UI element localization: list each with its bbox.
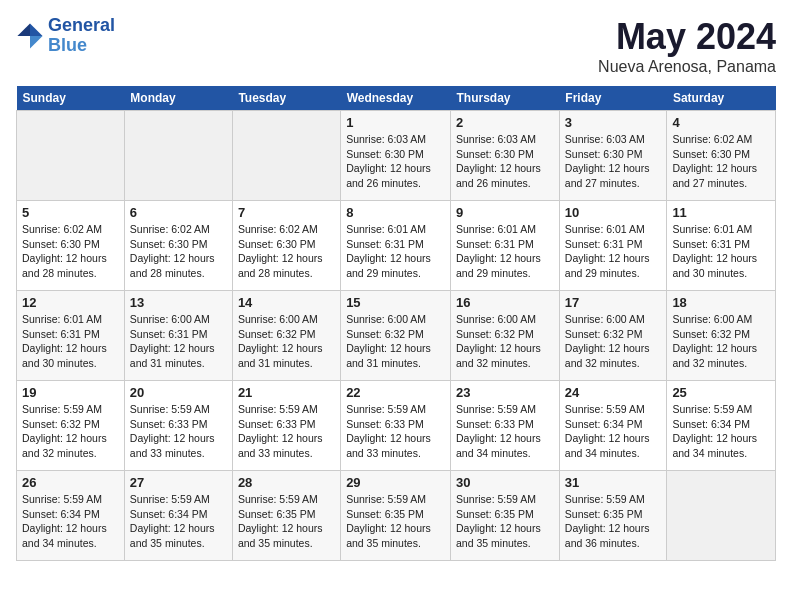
calendar-cell: 16Sunrise: 6:00 AM Sunset: 6:32 PM Dayli… [451, 291, 560, 381]
day-number: 3 [565, 115, 662, 130]
calendar-cell [667, 471, 776, 561]
day-info: Sunrise: 6:03 AM Sunset: 6:30 PM Dayligh… [346, 132, 445, 191]
day-number: 14 [238, 295, 335, 310]
title-block: May 2024 Nueva Arenosa, Panama [598, 16, 776, 76]
calendar-cell: 13Sunrise: 6:00 AM Sunset: 6:31 PM Dayli… [124, 291, 232, 381]
calendar-cell: 23Sunrise: 5:59 AM Sunset: 6:33 PM Dayli… [451, 381, 560, 471]
calendar-cell: 21Sunrise: 5:59 AM Sunset: 6:33 PM Dayli… [232, 381, 340, 471]
day-info: Sunrise: 6:00 AM Sunset: 6:32 PM Dayligh… [456, 312, 554, 371]
calendar-cell: 19Sunrise: 5:59 AM Sunset: 6:32 PM Dayli… [17, 381, 125, 471]
page-header: General Blue May 2024 Nueva Arenosa, Pan… [16, 16, 776, 76]
day-number: 15 [346, 295, 445, 310]
day-info: Sunrise: 5:59 AM Sunset: 6:34 PM Dayligh… [565, 402, 662, 461]
calendar-cell: 4Sunrise: 6:02 AM Sunset: 6:30 PM Daylig… [667, 111, 776, 201]
day-info: Sunrise: 6:00 AM Sunset: 6:31 PM Dayligh… [130, 312, 227, 371]
day-info: Sunrise: 6:02 AM Sunset: 6:30 PM Dayligh… [130, 222, 227, 281]
day-number: 11 [672, 205, 770, 220]
calendar-week-row: 1Sunrise: 6:03 AM Sunset: 6:30 PM Daylig… [17, 111, 776, 201]
weekday-header-wednesday: Wednesday [341, 86, 451, 111]
day-number: 5 [22, 205, 119, 220]
day-info: Sunrise: 6:03 AM Sunset: 6:30 PM Dayligh… [565, 132, 662, 191]
day-info: Sunrise: 6:01 AM Sunset: 6:31 PM Dayligh… [22, 312, 119, 371]
calendar-cell [124, 111, 232, 201]
logo: General Blue [16, 16, 115, 56]
calendar-cell: 5Sunrise: 6:02 AM Sunset: 6:30 PM Daylig… [17, 201, 125, 291]
calendar-cell: 14Sunrise: 6:00 AM Sunset: 6:32 PM Dayli… [232, 291, 340, 381]
logo-text: General Blue [48, 16, 115, 56]
day-number: 6 [130, 205, 227, 220]
day-number: 31 [565, 475, 662, 490]
weekday-header-thursday: Thursday [451, 86, 560, 111]
day-info: Sunrise: 5:59 AM Sunset: 6:35 PM Dayligh… [346, 492, 445, 551]
day-info: Sunrise: 6:01 AM Sunset: 6:31 PM Dayligh… [672, 222, 770, 281]
svg-marker-1 [30, 36, 43, 49]
weekday-header-monday: Monday [124, 86, 232, 111]
day-number: 19 [22, 385, 119, 400]
day-info: Sunrise: 5:59 AM Sunset: 6:34 PM Dayligh… [22, 492, 119, 551]
day-info: Sunrise: 6:03 AM Sunset: 6:30 PM Dayligh… [456, 132, 554, 191]
logo-icon [16, 22, 44, 50]
day-info: Sunrise: 5:59 AM Sunset: 6:33 PM Dayligh… [456, 402, 554, 461]
day-number: 21 [238, 385, 335, 400]
calendar-cell: 15Sunrise: 6:00 AM Sunset: 6:32 PM Dayli… [341, 291, 451, 381]
calendar-week-row: 26Sunrise: 5:59 AM Sunset: 6:34 PM Dayli… [17, 471, 776, 561]
location: Nueva Arenosa, Panama [598, 58, 776, 76]
calendar-table: SundayMondayTuesdayWednesdayThursdayFrid… [16, 86, 776, 561]
day-number: 28 [238, 475, 335, 490]
calendar-cell [17, 111, 125, 201]
calendar-cell: 20Sunrise: 5:59 AM Sunset: 6:33 PM Dayli… [124, 381, 232, 471]
day-number: 4 [672, 115, 770, 130]
calendar-cell: 7Sunrise: 6:02 AM Sunset: 6:30 PM Daylig… [232, 201, 340, 291]
day-number: 20 [130, 385, 227, 400]
calendar-cell: 2Sunrise: 6:03 AM Sunset: 6:30 PM Daylig… [451, 111, 560, 201]
day-number: 9 [456, 205, 554, 220]
month-title: May 2024 [598, 16, 776, 58]
day-number: 13 [130, 295, 227, 310]
weekday-header-tuesday: Tuesday [232, 86, 340, 111]
calendar-week-row: 19Sunrise: 5:59 AM Sunset: 6:32 PM Dayli… [17, 381, 776, 471]
calendar-cell: 28Sunrise: 5:59 AM Sunset: 6:35 PM Dayli… [232, 471, 340, 561]
day-info: Sunrise: 5:59 AM Sunset: 6:35 PM Dayligh… [238, 492, 335, 551]
calendar-cell: 10Sunrise: 6:01 AM Sunset: 6:31 PM Dayli… [559, 201, 667, 291]
day-info: Sunrise: 5:59 AM Sunset: 6:34 PM Dayligh… [672, 402, 770, 461]
day-number: 10 [565, 205, 662, 220]
calendar-cell: 17Sunrise: 6:00 AM Sunset: 6:32 PM Dayli… [559, 291, 667, 381]
day-info: Sunrise: 6:00 AM Sunset: 6:32 PM Dayligh… [346, 312, 445, 371]
day-info: Sunrise: 5:59 AM Sunset: 6:34 PM Dayligh… [130, 492, 227, 551]
day-info: Sunrise: 6:00 AM Sunset: 6:32 PM Dayligh… [672, 312, 770, 371]
weekday-header-row: SundayMondayTuesdayWednesdayThursdayFrid… [17, 86, 776, 111]
day-info: Sunrise: 5:59 AM Sunset: 6:32 PM Dayligh… [22, 402, 119, 461]
calendar-cell: 27Sunrise: 5:59 AM Sunset: 6:34 PM Dayli… [124, 471, 232, 561]
calendar-cell: 26Sunrise: 5:59 AM Sunset: 6:34 PM Dayli… [17, 471, 125, 561]
day-number: 26 [22, 475, 119, 490]
day-number: 25 [672, 385, 770, 400]
day-info: Sunrise: 6:02 AM Sunset: 6:30 PM Dayligh… [672, 132, 770, 191]
day-info: Sunrise: 5:59 AM Sunset: 6:33 PM Dayligh… [238, 402, 335, 461]
calendar-cell: 8Sunrise: 6:01 AM Sunset: 6:31 PM Daylig… [341, 201, 451, 291]
calendar-cell: 11Sunrise: 6:01 AM Sunset: 6:31 PM Dayli… [667, 201, 776, 291]
calendar-cell: 12Sunrise: 6:01 AM Sunset: 6:31 PM Dayli… [17, 291, 125, 381]
day-number: 1 [346, 115, 445, 130]
day-info: Sunrise: 6:01 AM Sunset: 6:31 PM Dayligh… [346, 222, 445, 281]
day-number: 2 [456, 115, 554, 130]
day-info: Sunrise: 5:59 AM Sunset: 6:35 PM Dayligh… [456, 492, 554, 551]
calendar-cell: 18Sunrise: 6:00 AM Sunset: 6:32 PM Dayli… [667, 291, 776, 381]
calendar-cell: 3Sunrise: 6:03 AM Sunset: 6:30 PM Daylig… [559, 111, 667, 201]
svg-marker-2 [17, 23, 30, 36]
day-number: 12 [22, 295, 119, 310]
calendar-week-row: 5Sunrise: 6:02 AM Sunset: 6:30 PM Daylig… [17, 201, 776, 291]
calendar-cell: 24Sunrise: 5:59 AM Sunset: 6:34 PM Dayli… [559, 381, 667, 471]
day-number: 22 [346, 385, 445, 400]
calendar-cell: 30Sunrise: 5:59 AM Sunset: 6:35 PM Dayli… [451, 471, 560, 561]
day-info: Sunrise: 6:01 AM Sunset: 6:31 PM Dayligh… [456, 222, 554, 281]
calendar-cell: 31Sunrise: 5:59 AM Sunset: 6:35 PM Dayli… [559, 471, 667, 561]
day-number: 18 [672, 295, 770, 310]
day-info: Sunrise: 6:01 AM Sunset: 6:31 PM Dayligh… [565, 222, 662, 281]
day-number: 8 [346, 205, 445, 220]
day-number: 7 [238, 205, 335, 220]
calendar-cell [232, 111, 340, 201]
day-number: 30 [456, 475, 554, 490]
day-info: Sunrise: 5:59 AM Sunset: 6:33 PM Dayligh… [346, 402, 445, 461]
day-number: 16 [456, 295, 554, 310]
calendar-cell: 6Sunrise: 6:02 AM Sunset: 6:30 PM Daylig… [124, 201, 232, 291]
